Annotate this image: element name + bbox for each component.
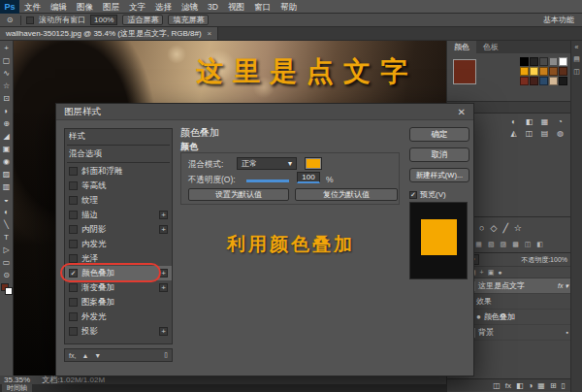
color-swatch[interactable] bbox=[549, 57, 558, 66]
fx-icon[interactable]: fx, bbox=[69, 352, 76, 359]
style-item-outer-glow[interactable]: 外发光 bbox=[65, 310, 172, 324]
color-swatch[interactable] bbox=[520, 57, 529, 66]
style-item-satin[interactable]: 光泽 bbox=[65, 251, 172, 266]
crop-tool-icon[interactable]: ⊡ bbox=[0, 92, 13, 105]
style-item-drop-shadow[interactable]: 投影+ bbox=[65, 324, 172, 339]
checkbox[interactable] bbox=[69, 254, 78, 263]
menu-filter[interactable]: 滤镜 bbox=[177, 0, 203, 14]
checkbox[interactable] bbox=[69, 211, 78, 219]
style-item-gradient-overlay[interactable]: 渐变叠加+ bbox=[65, 280, 172, 295]
line-shape-icon[interactable]: ╱ bbox=[502, 223, 507, 233]
dodge-tool-icon[interactable]: ◐ bbox=[0, 206, 13, 218]
menu-layer[interactable]: 图层 bbox=[98, 0, 124, 14]
color-swatch[interactable] bbox=[530, 57, 538, 66]
plus-icon[interactable]: + bbox=[159, 283, 168, 292]
color-swatch[interactable] bbox=[530, 77, 538, 85]
adjustment-layer-icon[interactable]: ◑ bbox=[528, 381, 533, 390]
type-tool-icon[interactable]: T bbox=[0, 231, 13, 244]
style-item-stroke[interactable]: 描边+ bbox=[65, 208, 172, 222]
checkbox[interactable] bbox=[69, 181, 78, 190]
checkbox[interactable] bbox=[69, 167, 78, 176]
new-group-icon[interactable]: ▦ bbox=[537, 381, 545, 390]
workspace-switcher[interactable]: 基本功能 bbox=[543, 15, 578, 25]
menu-view[interactable]: 视图 bbox=[223, 0, 249, 14]
tab-color[interactable]: 颜色 bbox=[447, 41, 476, 53]
fill-screen-button[interactable]: 填充屏幕 bbox=[168, 15, 209, 25]
custom-shape-icon[interactable]: ☆ bbox=[514, 223, 522, 233]
menu-type[interactable]: 文字 bbox=[124, 0, 150, 14]
blur-tool-icon[interactable]: ◒ bbox=[0, 193, 13, 206]
delete-style-icon[interactable]: ▯ bbox=[164, 351, 168, 359]
lock-position-icon[interactable]: + bbox=[480, 269, 484, 276]
shape-tool-icon[interactable]: ▭ bbox=[0, 256, 13, 269]
color-swatch[interactable] bbox=[520, 77, 529, 85]
checkbox[interactable] bbox=[69, 196, 78, 205]
checkbox-checked[interactable]: ✓ bbox=[69, 269, 78, 278]
magic-wand-tool-icon[interactable]: ☆ bbox=[0, 80, 13, 92]
style-item-color-overlay[interactable]: ✓颜色叠加+ bbox=[65, 266, 172, 280]
scroll-all-windows-checkbox[interactable] bbox=[26, 16, 34, 24]
ok-button[interactable]: 确定 bbox=[409, 127, 469, 142]
path-select-tool-icon[interactable]: ▷ bbox=[0, 244, 13, 256]
color-swatch[interactable] bbox=[520, 67, 529, 76]
pen-tool-icon[interactable]: ╲ bbox=[0, 218, 13, 231]
style-item-texture[interactable]: 纹理 bbox=[65, 193, 172, 208]
menu-3d[interactable]: 3D bbox=[203, 0, 223, 14]
blend-mode-dropdown[interactable]: 正常 ▾ bbox=[237, 157, 297, 170]
collapsed-panel-icon[interactable]: ◫ bbox=[573, 68, 580, 76]
menu-image[interactable]: 图像 bbox=[72, 0, 98, 14]
clone-stamp-tool-icon[interactable]: ▣ bbox=[0, 143, 13, 155]
plus-icon[interactable]: + bbox=[159, 225, 168, 234]
tab-swatches[interactable]: 色板 bbox=[476, 41, 505, 53]
panel-icon[interactable]: ▧ bbox=[488, 241, 495, 248]
color-swatch[interactable] bbox=[549, 77, 558, 85]
close-icon[interactable]: ✕ bbox=[458, 107, 466, 117]
panel-icon[interactable]: ◧ bbox=[536, 241, 543, 248]
new-style-button[interactable]: 新建样式(W)... bbox=[409, 168, 469, 182]
menu-window[interactable]: 窗口 bbox=[249, 0, 275, 14]
tab-timeline[interactable]: 时间轴 bbox=[2, 384, 32, 392]
ellipse-shape-icon[interactable]: ○ bbox=[479, 223, 484, 233]
style-item-pattern-overlay[interactable]: 图案叠加 bbox=[65, 295, 172, 310]
cancel-button[interactable]: 取消 bbox=[409, 147, 469, 162]
panel-icon[interactable]: ▩ bbox=[512, 241, 519, 248]
polygon-shape-icon[interactable]: ◇ bbox=[490, 223, 497, 233]
lock-pixels-icon[interactable]: ▣ bbox=[488, 269, 495, 277]
color-swatch[interactable] bbox=[549, 67, 558, 76]
dialog-title-bar[interactable]: 图层样式 ✕ bbox=[56, 104, 473, 120]
history-brush-tool-icon[interactable]: ◉ bbox=[0, 155, 13, 168]
color-swatch[interactable] bbox=[539, 67, 548, 76]
background-color-chip[interactable] bbox=[5, 287, 13, 295]
eyedropper-tool-icon[interactable]: ◗ bbox=[0, 105, 13, 117]
zoom-level-field[interactable]: 35.35% bbox=[4, 376, 30, 384]
set-default-button[interactable]: 设置为默认值 bbox=[188, 188, 289, 201]
color-swatch[interactable] bbox=[559, 57, 567, 66]
link-layers-icon[interactable]: ◫ bbox=[493, 381, 501, 390]
collapse-dock-icon[interactable]: « bbox=[575, 44, 579, 50]
fit-screen-button[interactable]: 适合屏幕 bbox=[122, 15, 163, 25]
overlay-color-swatch[interactable] bbox=[305, 157, 322, 170]
adjustment-icon[interactable]: ◫ bbox=[523, 129, 535, 138]
color-swatch[interactable] bbox=[539, 77, 548, 85]
lasso-tool-icon[interactable]: ∿ bbox=[0, 67, 13, 80]
layer-style-icon[interactable]: fx bbox=[505, 381, 511, 390]
color-swatch[interactable] bbox=[559, 67, 567, 76]
color-swatch[interactable] bbox=[530, 67, 538, 76]
checkbox[interactable] bbox=[69, 312, 78, 321]
opacity-slider[interactable] bbox=[246, 180, 289, 182]
zoom-value-field[interactable]: 100% bbox=[90, 15, 117, 25]
color-swatch[interactable] bbox=[559, 77, 567, 85]
menu-edit[interactable]: 编辑 bbox=[46, 0, 72, 14]
color-swatch[interactable] bbox=[539, 57, 548, 66]
opacity-value-field[interactable]: 100 bbox=[297, 172, 320, 183]
adjustment-icon[interactable]: ◧ bbox=[523, 117, 535, 126]
layer-name[interactable]: 背景 bbox=[478, 327, 494, 338]
layer-fx-badge[interactable]: fx ▾ bbox=[558, 282, 568, 290]
eraser-tool-icon[interactable]: ▨ bbox=[0, 168, 13, 180]
style-item-inner-shadow[interactable]: 内阴影+ bbox=[65, 222, 172, 237]
plus-icon[interactable]: + bbox=[159, 211, 168, 219]
current-color-swatch[interactable] bbox=[453, 59, 476, 84]
preview-checkbox[interactable]: ✓ bbox=[409, 191, 417, 199]
menu-select[interactable]: 选择 bbox=[150, 0, 177, 14]
brush-tool-icon[interactable]: ◢ bbox=[0, 130, 13, 143]
